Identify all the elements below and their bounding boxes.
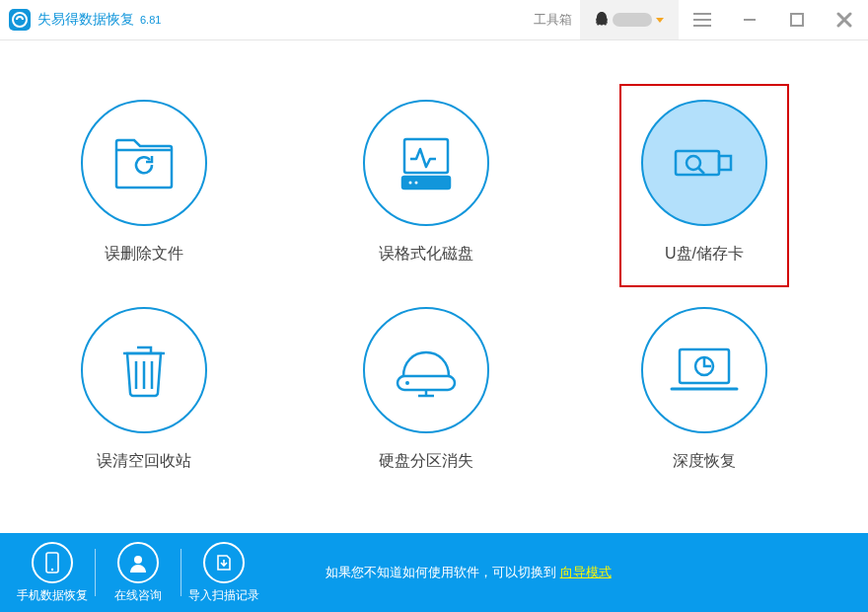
import-scan-button[interactable]: 导入扫描记录: [181, 542, 266, 604]
user-name-placeholder: [613, 13, 652, 27]
option-recycle-bin[interactable]: 误清空回收站: [36, 307, 253, 472]
option-label: 深度恢复: [673, 451, 736, 472]
hard-drive-icon: [363, 307, 489, 433]
disk-pulse-icon: [363, 100, 489, 226]
hint-text: 如果您不知道如何使用软件，可以切换到: [326, 565, 560, 579]
chevron-down-icon: [656, 18, 664, 23]
footer-label: 在线咨询: [114, 587, 162, 604]
online-consult-button[interactable]: 在线咨询: [96, 542, 181, 604]
phone-icon: [32, 542, 73, 583]
minimize-button[interactable]: [726, 0, 773, 39]
svg-point-16: [51, 568, 53, 570]
option-label: 误删除文件: [105, 244, 183, 265]
qq-icon: [595, 12, 609, 28]
recovery-options-grid: 误删除文件 误格式化磁盘 U盘/储存卡 误清空回收站 硬盘分区消失 深度恢复: [0, 40, 868, 534]
toolbox-button[interactable]: 工具箱: [525, 0, 580, 39]
app-logo-icon: [8, 8, 32, 32]
option-deleted-files[interactable]: 误删除文件: [36, 100, 253, 265]
option-label: U盘/储存卡: [665, 244, 744, 265]
option-label: 硬盘分区消失: [379, 451, 473, 472]
usb-drive-icon: [641, 100, 767, 226]
wizard-mode-link[interactable]: 向导模式: [560, 565, 612, 579]
user-account-button[interactable]: [580, 0, 679, 39]
svg-rect-8: [676, 151, 719, 175]
footer-hint: 如果您不知道如何使用软件，可以切换到 向导模式: [326, 564, 612, 581]
folder-refresh-icon: [81, 100, 207, 226]
footer-bar: 手机数据恢复 在线咨询 导入扫描记录 如果您不知道如何使用软件，可以切换到 向导…: [0, 533, 868, 612]
trash-icon: [81, 307, 207, 433]
import-icon: [203, 542, 245, 583]
maximize-button[interactable]: [773, 0, 821, 39]
svg-rect-9: [719, 156, 731, 170]
svg-rect-2: [791, 14, 803, 26]
mobile-recovery-button[interactable]: 手机数据恢复: [10, 542, 95, 604]
svg-point-12: [405, 381, 409, 385]
laptop-scan-icon: [641, 307, 767, 433]
option-label: 误清空回收站: [97, 451, 191, 472]
close-button[interactable]: [821, 0, 868, 39]
footer-label: 手机数据恢复: [17, 587, 88, 604]
footer-label: 导入扫描记录: [188, 587, 259, 604]
person-icon: [117, 542, 159, 583]
app-version: 6.81: [140, 14, 161, 26]
option-formatted-disk[interactable]: 误格式化磁盘: [318, 100, 535, 265]
svg-point-7: [415, 182, 418, 185]
option-lost-partition[interactable]: 硬盘分区消失: [318, 307, 535, 472]
option-label: 误格式化磁盘: [379, 244, 473, 265]
svg-point-10: [687, 156, 700, 170]
svg-point-17: [134, 556, 142, 564]
menu-button[interactable]: [679, 0, 726, 39]
svg-point-6: [409, 182, 412, 185]
app-title: 失易得数据恢复: [37, 11, 134, 29]
titlebar: 失易得数据恢复 6.81 工具箱: [0, 0, 868, 40]
option-deep-recovery[interactable]: 深度恢复: [596, 307, 813, 472]
option-usb-card[interactable]: U盘/储存卡: [596, 100, 813, 265]
